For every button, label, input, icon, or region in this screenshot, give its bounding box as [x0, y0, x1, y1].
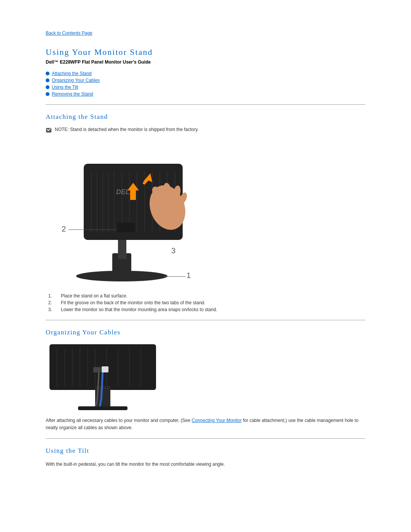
svg-text:3: 3 — [171, 246, 175, 255]
svg-text:2: 2 — [62, 225, 66, 233]
svg-rect-46 — [102, 366, 108, 372]
note-box: NOTE: Stand is detached when the monitor… — [46, 127, 365, 133]
organizing-body-text: After attaching all necessary cables to … — [46, 417, 365, 431]
attaching-stand-image: DELL 2 3 1 — [46, 141, 206, 286]
note-icon — [46, 127, 52, 133]
connecting-monitor-link[interactable]: Connecting Your Monitor — [192, 418, 242, 423]
toc-link-cables[interactable]: Organizing Your Cables — [52, 78, 100, 83]
back-to-contents-link[interactable]: Back to Contents Page — [46, 30, 365, 36]
note-text: NOTE: Stand is detached when the monitor… — [55, 127, 199, 132]
page-title: Using Your Monitor Stand — [46, 47, 365, 57]
toc-link-removing[interactable]: Removing the Stand — [52, 91, 93, 97]
step-item: Lower the monitor so that the monitor mo… — [53, 307, 365, 312]
attaching-stand-title: Attaching the Stand — [46, 113, 365, 121]
monitor-illustration: DELL 2 3 1 — [46, 141, 206, 286]
toc-bullet-icon — [46, 72, 49, 75]
toc-item: Organizing Your Cables — [46, 78, 365, 83]
toc-item: Attaching the Stand — [46, 71, 365, 76]
tilt-body-text: With the built-in pedestal, you can tilt… — [46, 461, 365, 468]
toc-link-attaching[interactable]: Attaching the Stand — [52, 71, 92, 76]
svg-rect-47 — [78, 406, 127, 410]
using-tilt-title: Using the Tilt — [46, 447, 365, 455]
step-item: Fit the groove on the back of the monito… — [53, 300, 365, 305]
organizing-cables-title: Organizing Your Cables — [46, 329, 365, 336]
section-divider — [46, 104, 365, 105]
svg-text:1: 1 — [186, 271, 191, 280]
table-of-contents: Attaching the Stand Organizing Your Cabl… — [46, 71, 365, 97]
toc-item: Removing the Stand — [46, 91, 365, 97]
svg-rect-20 — [117, 223, 135, 232]
section-divider-3 — [46, 438, 365, 439]
toc-bullet-icon — [46, 85, 49, 89]
section-divider-2 — [46, 320, 365, 320]
cables-illustration — [46, 342, 160, 411]
toc-link-tilt[interactable]: Using the Tilt — [52, 85, 78, 90]
step-item: Place the stand on a flat surface. — [53, 293, 365, 299]
toc-item: Using the Tilt — [46, 85, 365, 90]
svg-rect-45 — [93, 367, 101, 372]
page-subtitle: Dell™ E228WFP Flat Panel Monitor User's … — [46, 59, 365, 65]
toc-bullet-icon — [46, 92, 49, 96]
cables-image — [46, 342, 160, 411]
attaching-steps-list: Place the stand on a flat surface. Fit t… — [46, 293, 365, 312]
toc-bullet-icon — [46, 78, 49, 82]
